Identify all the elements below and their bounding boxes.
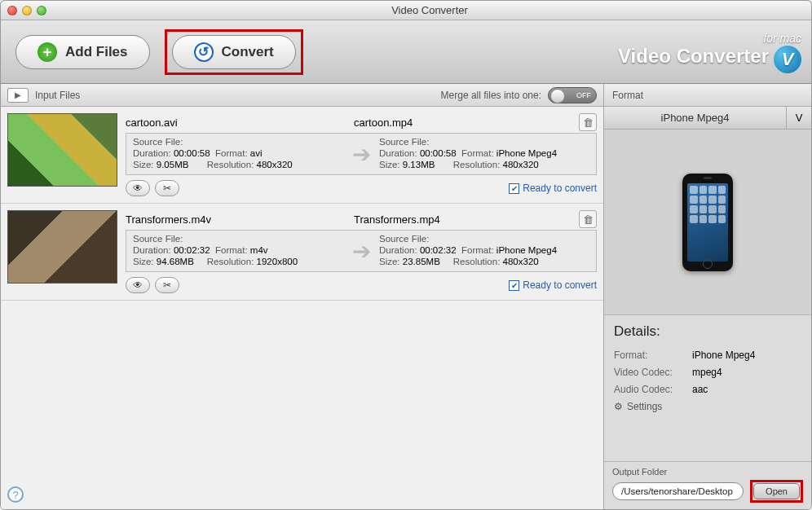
file-info-panel: Source File: ➔ Source File: Duration: 00… bbox=[126, 230, 597, 272]
format-tabs: iPhone Mpeg4 V bbox=[604, 107, 811, 130]
iphone-icon bbox=[682, 174, 733, 271]
zoom-window-icon[interactable] bbox=[37, 6, 46, 15]
delete-button[interactable]: 🗑 bbox=[579, 210, 597, 228]
toolbar: + Add Files ↺ Convert for mac Video Conv… bbox=[1, 20, 811, 84]
format-header: Format bbox=[604, 84, 811, 107]
add-files-button[interactable]: + Add Files bbox=[15, 35, 150, 69]
close-window-icon[interactable] bbox=[7, 6, 17, 15]
gear-icon: ⚙ bbox=[614, 401, 623, 412]
list-item: cartoon.avi cartoon.mp4 🗑 Source File: ➔… bbox=[1, 107, 603, 204]
video-thumbnail[interactable] bbox=[7, 113, 117, 187]
brand-subtitle: for mac bbox=[618, 32, 801, 45]
add-files-label: Add Files bbox=[65, 44, 128, 60]
target-file-label: Source File: bbox=[379, 137, 589, 147]
checkbox-icon[interactable]: ✔ bbox=[509, 183, 519, 194]
target-filename: Transformers.mp4 bbox=[354, 213, 579, 226]
settings-link[interactable]: ⚙ Settings bbox=[614, 401, 801, 412]
target-file-label: Source File: bbox=[379, 234, 589, 244]
output-folder-label: Output Folder bbox=[612, 467, 803, 477]
brand-logo: for mac Video ConverterV bbox=[618, 32, 801, 73]
source-filename: Transformers.m4v bbox=[126, 213, 354, 226]
input-files-label: Input Files bbox=[35, 90, 80, 101]
refresh-icon: ↺ bbox=[194, 42, 214, 62]
file-list: cartoon.avi cartoon.mp4 🗑 Source File: ➔… bbox=[1, 107, 603, 510]
open-button[interactable]: Open bbox=[753, 483, 800, 499]
highlight-open: Open bbox=[750, 480, 803, 503]
source-filename: cartoon.avi bbox=[126, 117, 354, 129]
arrow-right-icon: ➔ bbox=[350, 141, 373, 168]
brand-title: Video Converter bbox=[618, 45, 769, 67]
format-tab-v[interactable]: V bbox=[787, 107, 811, 129]
preview-button[interactable]: 👁 bbox=[126, 277, 150, 293]
ready-status[interactable]: ✔ Ready to convert bbox=[509, 279, 597, 291]
trim-button[interactable]: ✂ bbox=[155, 180, 179, 196]
highlight-convert: ↺ Convert bbox=[165, 29, 303, 75]
list-item: Transformers.m4v Transformers.mp4 🗑 Sour… bbox=[1, 204, 603, 301]
details-panel: Details: Format:iPhone Mpeg4 Video Codec… bbox=[604, 315, 811, 462]
delete-button[interactable]: 🗑 bbox=[579, 113, 597, 131]
arrow-right-icon: ➔ bbox=[350, 238, 373, 265]
details-title: Details: bbox=[614, 323, 801, 340]
minimize-window-icon[interactable] bbox=[22, 6, 32, 15]
format-preview bbox=[604, 130, 811, 315]
brand-badge-icon: V bbox=[774, 46, 801, 73]
video-thumbnail[interactable] bbox=[7, 210, 117, 284]
file-info-panel: Source File: ➔ Source File: Duration: 00… bbox=[126, 133, 597, 175]
output-path-field[interactable]: /Users/tenorshare/Desktop bbox=[612, 482, 744, 500]
window-title: Video Converter bbox=[55, 4, 805, 16]
trim-button[interactable]: ✂ bbox=[155, 277, 179, 293]
source-file-label: Source File: bbox=[133, 137, 343, 147]
play-icon[interactable]: ▶ bbox=[7, 88, 29, 103]
convert-button[interactable]: ↺ Convert bbox=[172, 35, 296, 69]
checkbox-icon[interactable]: ✔ bbox=[509, 280, 519, 291]
ready-status[interactable]: ✔ Ready to convert bbox=[509, 182, 597, 194]
format-tab-iphone[interactable]: iPhone Mpeg4 bbox=[604, 107, 787, 129]
merge-label: Merge all files into one: bbox=[441, 90, 541, 101]
help-button[interactable]: ? bbox=[7, 486, 24, 503]
merge-toggle[interactable]: OFF bbox=[548, 87, 597, 103]
preview-button[interactable]: 👁 bbox=[126, 180, 150, 196]
convert-label: Convert bbox=[222, 44, 274, 60]
input-files-header: ▶ Input Files Merge all files into one: … bbox=[1, 84, 603, 107]
plus-icon: + bbox=[38, 42, 57, 62]
source-file-label: Source File: bbox=[133, 234, 343, 244]
output-folder-bar: Output Folder /Users/tenorshare/Desktop … bbox=[604, 462, 811, 510]
target-filename: cartoon.mp4 bbox=[354, 117, 579, 129]
title-bar: Video Converter bbox=[1, 1, 811, 20]
window-controls bbox=[7, 6, 46, 15]
